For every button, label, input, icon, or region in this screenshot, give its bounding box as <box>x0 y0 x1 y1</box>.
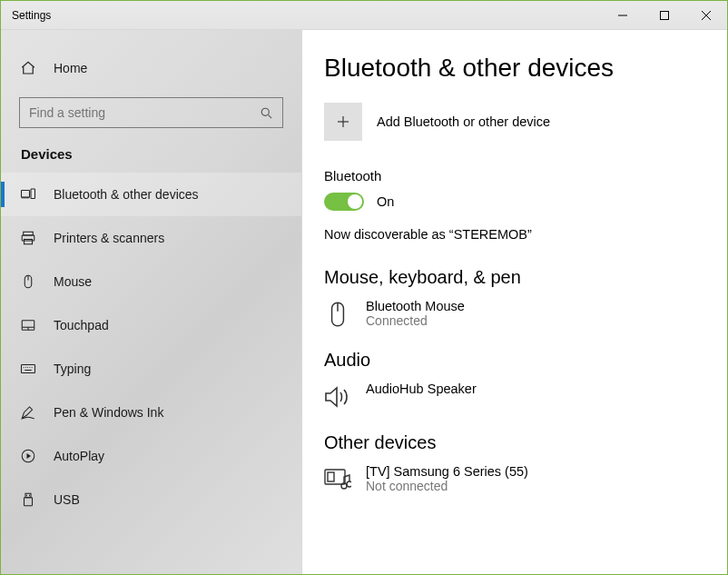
bluetooth-heading: Bluetooth <box>324 168 705 183</box>
minimize-icon <box>618 11 627 20</box>
sidebar-item-mouse[interactable]: Mouse <box>1 260 301 303</box>
device-text: AudioHub Speaker <box>366 382 477 396</box>
plus-icon <box>324 103 362 141</box>
sidebar-item-label: Touchpad <box>54 318 109 332</box>
device-name: AudioHub Speaker <box>366 382 477 396</box>
svg-rect-11 <box>25 240 33 244</box>
titlebar[interactable]: Settings <box>1 1 727 30</box>
sidebar-item-label: Mouse <box>54 274 92 289</box>
minimize-button[interactable] <box>602 1 644 30</box>
device-status: Not connected <box>366 479 528 493</box>
search-icon <box>260 106 273 120</box>
svg-point-37 <box>347 481 351 487</box>
device-row[interactable]: Bluetooth Mouse Connected <box>324 299 705 328</box>
group-audio: Audio <box>324 350 705 371</box>
discoverable-text: Now discoverable as “STEREMOB” <box>324 227 705 242</box>
sidebar-item-printers[interactable]: Printers & scanners <box>1 216 301 260</box>
speaker-icon <box>324 383 351 411</box>
usb-icon <box>19 491 37 509</box>
toggle-knob <box>348 194 362 209</box>
sidebar: Home Devices Bluetooth & other devices <box>1 30 302 574</box>
add-device-button[interactable]: Add Bluetooth or other device <box>324 103 705 141</box>
window-controls <box>602 1 727 30</box>
window-title: Settings <box>1 9 602 22</box>
sidebar-item-label: Bluetooth & other devices <box>54 187 199 202</box>
sidebar-item-label: AutoPlay <box>54 449 104 463</box>
pen-icon <box>19 403 37 421</box>
sidebar-item-typing[interactable]: Typing <box>1 347 301 391</box>
search-input[interactable] <box>29 105 260 120</box>
sidebar-item-usb[interactable]: USB <box>1 478 301 521</box>
svg-line-5 <box>268 114 271 118</box>
svg-rect-7 <box>31 189 35 199</box>
sidebar-item-label: Typing <box>54 362 91 376</box>
add-device-label: Add Bluetooth or other device <box>377 114 550 129</box>
media-device-icon <box>324 466 351 493</box>
maximize-icon <box>660 11 669 20</box>
mouse-icon <box>19 273 37 291</box>
sidebar-item-label: USB <box>54 492 80 507</box>
svg-rect-9 <box>24 232 34 235</box>
home-link[interactable]: Home <box>1 50 301 86</box>
search-box[interactable] <box>19 97 283 128</box>
sidebar-item-autoplay[interactable]: AutoPlay <box>1 434 301 478</box>
device-name: Bluetooth Mouse <box>366 299 465 313</box>
sidebar-item-bluetooth[interactable]: Bluetooth & other devices <box>1 173 301 216</box>
svg-rect-17 <box>22 365 35 373</box>
search-wrap <box>1 86 301 137</box>
svg-point-4 <box>261 108 269 115</box>
window-body: Home Devices Bluetooth & other devices <box>1 30 727 574</box>
svg-rect-35 <box>328 472 334 481</box>
home-label: Home <box>54 61 87 75</box>
svg-marker-25 <box>27 453 32 459</box>
sidebar-item-label: Printers & scanners <box>54 231 164 245</box>
device-name: [TV] Samsung 6 Series (55) <box>366 464 528 479</box>
device-row[interactable]: AudioHub Speaker <box>324 382 705 411</box>
maximize-button[interactable] <box>644 1 685 30</box>
content-area[interactable]: Bluetooth & other devices Add Bluetooth … <box>302 30 727 574</box>
bluetooth-toggle-label: On <box>377 194 394 209</box>
autoplay-icon <box>19 447 37 465</box>
device-row[interactable]: [TV] Samsung 6 Series (55) Not connected <box>324 464 705 493</box>
mouse-device-icon <box>324 301 351 328</box>
svg-rect-27 <box>25 498 33 506</box>
sidebar-section-title: Devices <box>1 137 301 173</box>
keyboard-icon <box>19 360 37 378</box>
page-title: Bluetooth & other devices <box>324 54 705 83</box>
svg-rect-6 <box>22 191 30 198</box>
devices-icon <box>19 185 37 203</box>
nav-list: Bluetooth & other devices Printers & sca… <box>1 173 301 521</box>
group-other: Other devices <box>324 432 705 453</box>
bluetooth-toggle[interactable] <box>324 193 364 211</box>
sidebar-item-pen[interactable]: Pen & Windows Ink <box>1 391 301 434</box>
svg-rect-26 <box>25 493 31 498</box>
device-status: Connected <box>366 313 465 328</box>
bluetooth-toggle-row: On <box>324 193 705 211</box>
svg-rect-1 <box>661 11 669 19</box>
group-mouse-keyboard-pen: Mouse, keyboard, & pen <box>324 267 705 288</box>
device-text: [TV] Samsung 6 Series (55) Not connected <box>366 464 528 493</box>
close-icon <box>702 11 711 20</box>
settings-window: Settings Home <box>0 0 728 575</box>
sidebar-item-touchpad[interactable]: Touchpad <box>1 303 301 347</box>
device-text: Bluetooth Mouse Connected <box>366 299 465 328</box>
home-icon <box>19 59 37 77</box>
printer-icon <box>19 229 37 247</box>
touchpad-icon <box>19 316 37 334</box>
sidebar-item-label: Pen & Windows Ink <box>54 405 163 420</box>
close-button[interactable] <box>685 1 727 30</box>
